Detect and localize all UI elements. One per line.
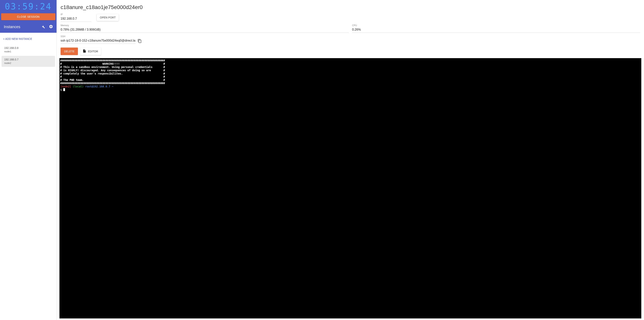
ssh-label: SSH [60, 35, 136, 38]
open-port-button[interactable]: OPEN PORT [97, 14, 119, 21]
add-instance-button[interactable]: + ADD NEW INSTANCE [0, 36, 56, 44]
terminal[interactable]: ########################################… [60, 58, 641, 318]
memory-value: 0.78% (31.28MiB / 3.906GiB) [60, 27, 349, 33]
editor-label: EDITOR [88, 50, 98, 53]
instance-item-node1[interactable]: 192.168.0.8 node1 [2, 44, 55, 55]
editor-button[interactable]: EDITOR [80, 48, 101, 55]
page-title: c18anure_c18ao1je75e000d24er0 [60, 0, 641, 13]
instance-name: node1 [4, 50, 52, 53]
cpu-field: CPU 0.26% [352, 24, 640, 33]
ip-input[interactable] [60, 16, 91, 22]
instances-header: Instances [0, 22, 56, 33]
session-timer: 03:59:24 [0, 0, 56, 13]
instance-ip: 192.168.0.7 [4, 58, 52, 61]
instances-title: Instances [4, 25, 20, 29]
ssh-field: SSH [60, 35, 136, 44]
instance-item-node2[interactable]: 192.168.0.7 node2 [2, 56, 55, 67]
instance-ip: 192.168.0.8 [4, 46, 52, 50]
sidebar: 03:59:24 CLOSE SESSION Instances + ADD N… [0, 0, 57, 320]
sidebar-body: + ADD NEW INSTANCE 192.168.0.8 node1 192… [0, 33, 56, 320]
file-icon [82, 49, 86, 54]
memory-label: Memory [60, 24, 349, 27]
main: c18anure_c18ao1je75e000d24er0 IP OPEN PO… [57, 0, 644, 320]
instance-details: IP OPEN PORT Memory 0.78% (31.28MiB / 3.… [60, 13, 641, 45]
cpu-value: 0.26% [352, 27, 640, 33]
wrench-icon[interactable] [41, 25, 45, 29]
sidebar-header: 03:59:24 CLOSE SESSION Instances [0, 0, 56, 33]
cpu-label: CPU [352, 24, 640, 27]
copy-icon [138, 41, 142, 44]
delete-button[interactable]: DELETE [60, 48, 78, 55]
memory-field: Memory 0.78% (31.28MiB / 3.906GiB) [60, 24, 349, 33]
copy-ssh-button[interactable] [138, 39, 142, 45]
ssh-input[interactable] [60, 38, 136, 44]
ip-field: IP [60, 13, 91, 22]
instance-name: node2 [4, 61, 52, 65]
close-session-button[interactable]: CLOSE SESSION [1, 13, 56, 20]
ip-label: IP [60, 13, 91, 16]
action-row: DELETE EDITOR [60, 45, 641, 57]
instance-list: 192.168.0.8 node1 192.168.0.7 node2 [0, 44, 56, 67]
gear-icon[interactable] [49, 25, 53, 29]
